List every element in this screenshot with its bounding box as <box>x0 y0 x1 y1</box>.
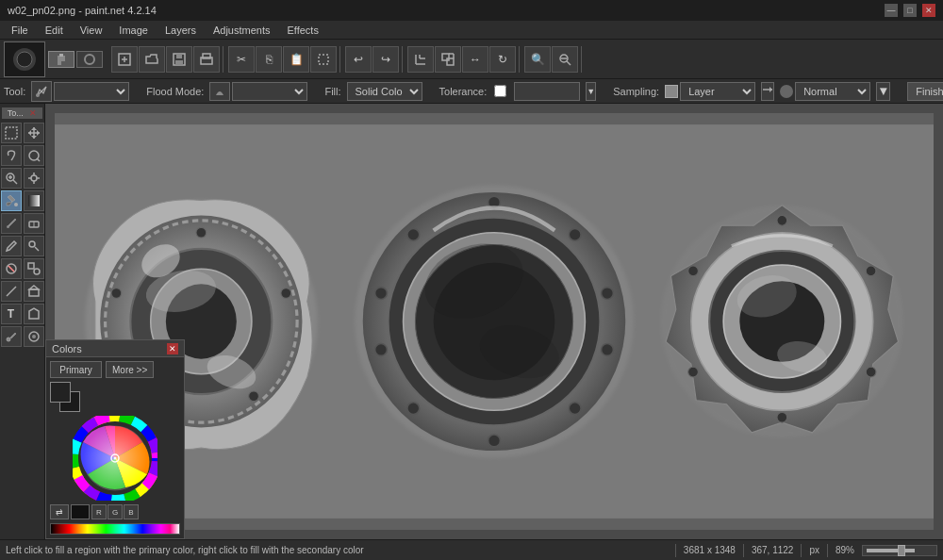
menu-edit[interactable]: Edit <box>38 23 71 38</box>
tool-text[interactable]: T <box>1 304 22 324</box>
sampling-dropdown[interactable]: Layer Image <box>680 82 755 101</box>
channel-r-btn[interactable]: R <box>91 504 107 519</box>
colors-panel-body: Primary More >> <box>46 357 184 538</box>
tool-shapes2[interactable] <box>24 258 44 279</box>
finish-button[interactable]: Finish <box>907 82 943 101</box>
flip-button[interactable]: ↔ <box>462 46 488 73</box>
tool-zoom[interactable] <box>1 168 22 189</box>
tool-rectangle-select[interactable] <box>1 123 22 143</box>
zoom-slider-container[interactable] <box>862 545 937 556</box>
cursor-position: 367, 1122 <box>752 545 794 555</box>
tool-paintbucket[interactable] <box>1 190 22 211</box>
primary-color-btn[interactable]: Primary <box>50 361 102 378</box>
zoom-thumb <box>898 545 905 556</box>
tool-color-picker[interactable] <box>1 326 22 347</box>
svg-point-72 <box>111 288 122 299</box>
colors-panel: Colors ✕ Primary More >> <box>45 339 185 539</box>
sampling-icon <box>665 85 678 98</box>
color-palette-strip[interactable] <box>50 523 180 535</box>
zoom-level: 89% <box>835 545 854 555</box>
color-swap-btn[interactable]: ⇄ <box>50 504 69 519</box>
menubar: File Edit View Image Layers Adjustments … <box>0 21 943 40</box>
menu-effects[interactable]: Effects <box>280 23 326 38</box>
svg-point-49 <box>29 241 35 247</box>
tool-row-5 <box>1 213 44 234</box>
channel-b-btn[interactable]: B <box>124 504 139 519</box>
maximize-button[interactable]: □ <box>903 4 917 17</box>
tolerance-input[interactable]: 0% <box>514 82 580 101</box>
tool-row-7 <box>1 258 44 279</box>
redo-button[interactable]: ↪ <box>372 46 399 73</box>
status-sep-4 <box>827 544 828 557</box>
color-wheel-container[interactable] <box>73 416 157 501</box>
tool-clone-stamp[interactable] <box>24 236 44 256</box>
tolerance-checkbox[interactable] <box>494 85 506 97</box>
tool-gradient[interactable] <box>24 190 44 211</box>
svg-point-46 <box>7 225 9 228</box>
svg-point-79 <box>569 228 581 240</box>
toolbar-group-file <box>108 46 223 73</box>
menu-file[interactable]: File <box>4 23 36 38</box>
tool-secondary[interactable] <box>76 51 103 68</box>
sampling-mode-btn[interactable] <box>761 82 774 101</box>
svg-rect-10 <box>176 54 182 58</box>
tool-shapes[interactable] <box>24 281 44 302</box>
left-toolbar: To... ✕ <box>0 104 45 539</box>
minimize-button[interactable]: — <box>885 4 898 17</box>
tool-recolor[interactable] <box>1 258 22 279</box>
tool-dropdown[interactable] <box>54 82 129 101</box>
zoomout-button[interactable] <box>552 46 578 73</box>
canvas-area[interactable]: Colors ✕ Primary More >> <box>45 104 943 539</box>
tool-select-shapes[interactable] <box>24 304 44 324</box>
blend-icon <box>780 85 793 98</box>
tool-eraser[interactable] <box>24 213 44 234</box>
copy-button[interactable]: ⎘ <box>256 46 282 73</box>
zoomin-button[interactable]: 🔍 <box>524 46 551 73</box>
new-button[interactable] <box>111 46 138 73</box>
tool-row-3 <box>1 168 44 189</box>
tool-lasso[interactable] <box>1 145 22 166</box>
tool-magic-wand[interactable] <box>24 145 44 166</box>
tool-pencil[interactable] <box>1 236 22 256</box>
tool-line[interactable] <box>1 281 22 302</box>
paste-button[interactable]: 📋 <box>283 46 309 73</box>
statusbar: Left click to fill a region with the pri… <box>0 539 943 560</box>
blend-dropdown[interactable]: Normal Multiply Screen <box>795 82 870 101</box>
open-button[interactable] <box>139 46 165 73</box>
colors-panel-close[interactable]: ✕ <box>167 343 178 354</box>
svg-marker-3 <box>58 56 65 65</box>
channel-g-btn[interactable]: G <box>108 504 123 519</box>
tool-pan[interactable] <box>24 168 44 189</box>
menu-layers[interactable]: Layers <box>157 23 204 38</box>
flood-mode-control <box>209 82 307 101</box>
black-swatch[interactable] <box>71 504 90 519</box>
print-button[interactable] <box>193 46 220 73</box>
svg-line-53 <box>7 287 16 296</box>
primary-color-swatch[interactable] <box>50 382 71 403</box>
tool-color-picker2[interactable] <box>24 326 44 347</box>
fill-dropdown[interactable]: Solid Color Linear Gradient Radial Gradi… <box>347 82 422 101</box>
tool-paintbrush[interactable] <box>1 213 22 234</box>
blend-expand-btn[interactable]: ▼ <box>876 82 890 101</box>
flood-dropdown[interactable] <box>232 82 307 101</box>
menu-image[interactable]: Image <box>111 23 156 38</box>
main-layout: To... ✕ <box>0 104 943 539</box>
tool-paintbucket-active[interactable] <box>48 51 74 68</box>
tool-move[interactable] <box>24 123 44 143</box>
cut-button[interactable]: ✂ <box>228 46 255 73</box>
svg-marker-56 <box>29 308 39 319</box>
menu-view[interactable]: View <box>73 23 110 38</box>
deselect-button[interactable] <box>310 46 337 73</box>
crop-button[interactable] <box>407 46 434 73</box>
close-button[interactable]: ✕ <box>922 4 935 17</box>
undo-button[interactable]: ↩ <box>345 46 372 73</box>
resize-button[interactable] <box>435 46 461 73</box>
tool-row-6 <box>1 236 44 256</box>
save-button[interactable] <box>166 46 192 73</box>
tolerance-expand[interactable]: ▼ <box>586 82 596 101</box>
menu-adjustments[interactable]: Adjustments <box>206 23 278 38</box>
colors-panel-title: Colors <box>52 343 82 354</box>
rotate-button[interactable]: ↻ <box>489 46 516 73</box>
more-colors-btn[interactable]: More >> <box>106 361 154 378</box>
svg-point-86 <box>375 288 388 300</box>
